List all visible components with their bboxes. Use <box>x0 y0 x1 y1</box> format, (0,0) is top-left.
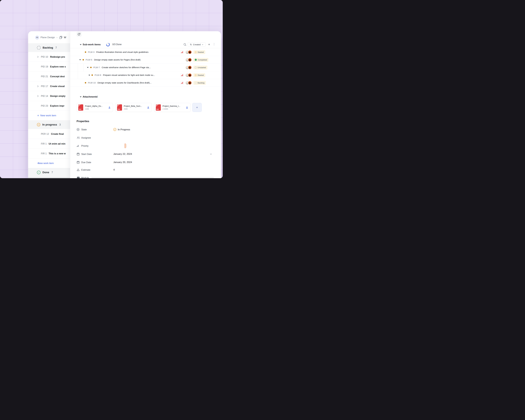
attachment-name: Project_Gamma_I... <box>162 105 180 107</box>
sort-dropdown[interactable]: Created <box>188 42 206 47</box>
work-item-title[interactable]: Redesign pro <box>50 56 65 58</box>
state-icon <box>77 128 79 131</box>
state-value[interactable]: In Progress <box>113 128 130 131</box>
add-attachment-button[interactable]: + <box>192 103 202 112</box>
work-item-id: FIR 1 <box>41 142 47 145</box>
assignee-avatars[interactable] <box>185 73 192 77</box>
group-label: Done <box>42 171 49 174</box>
subwork-id: PLW-5 <box>86 58 92 61</box>
work-item-title[interactable]: This is a new w <box>49 152 66 155</box>
assignee-avatars[interactable] <box>185 65 192 69</box>
status-badge[interactable]: ✓ Completed <box>193 58 208 62</box>
property-row-state: State In Progress <box>70 127 221 132</box>
new-work-item-label: New work item <box>40 114 56 117</box>
work-item-id: PID 17 <box>41 85 48 88</box>
search-icon[interactable] <box>183 43 187 46</box>
work-item-id: PID 23 <box>41 104 48 107</box>
app-window: Plane Design › W Backlog 7 PID 10 Redesi… <box>28 31 221 178</box>
new-work-item-button[interactable]: + New work item <box>28 111 76 121</box>
collapse-triangle-icon[interactable] <box>87 67 89 68</box>
property-row-assignee: Assignee <box>70 135 221 140</box>
assignee-avatars[interactable] <box>185 50 192 54</box>
collapse-triangle-icon[interactable] <box>79 59 81 60</box>
work-item-title[interactable]: Create final <box>51 133 64 135</box>
subwork-progress: 0/3 Done <box>112 43 122 46</box>
property-label: Start Date <box>81 153 92 156</box>
work-item-title[interactable]: Design empty <box>50 95 65 97</box>
subwork-title[interactable]: Sub-work items <box>83 43 101 46</box>
status-badge[interactable]: Backlog <box>193 81 206 85</box>
page-background: Plane Design › W Backlog 7 PID 10 Redesi… <box>0 0 223 178</box>
work-item-title[interactable]: Ut enim ad min <box>49 142 65 145</box>
work-item-dot-icon <box>83 59 84 60</box>
work-item-title[interactable]: Explore impr <box>50 104 64 107</box>
attachment-size: 2.8MB <box>162 108 180 110</box>
tree-guide-line <box>84 64 84 71</box>
estimate-triangle-icon <box>77 168 80 171</box>
estimate-value[interactable]: 4 <box>113 168 115 171</box>
new-work-item-button[interactable]: + New work item <box>28 158 76 168</box>
status-badge[interactable]: Started <box>193 50 205 54</box>
group-count: 7 <box>56 46 57 49</box>
add-reaction-button[interactable] <box>76 32 82 37</box>
status-badge[interactable]: Started <box>193 73 205 77</box>
download-icon[interactable] <box>108 106 111 109</box>
attachment-card[interactable]: PDF Project_Alpha_Ov... 1MB <box>76 103 113 112</box>
clipped-section-strip <box>92 177 214 178</box>
breadcrumb-project[interactable]: Plane Design <box>40 36 55 39</box>
status-label: Backlog <box>197 82 204 84</box>
status-label: Started <box>197 74 204 76</box>
subwork-row[interactable]: PLW-5 Design empty state assets for Page… <box>70 56 221 64</box>
subwork-title-text[interactable]: Design empty state assets for Pages (fir… <box>94 58 141 61</box>
breadcrumb-work-item[interactable]: W <box>64 36 66 39</box>
add-subwork-button[interactable]: + <box>208 42 210 47</box>
more-options-icon[interactable]: ⋮ <box>213 43 215 46</box>
download-icon[interactable] <box>186 106 188 109</box>
attachment-size: 2MB <box>124 108 142 110</box>
due-date-value[interactable]: January 20, 2024 <box>113 161 132 164</box>
assignee-avatars[interactable] <box>185 58 192 62</box>
work-item-title[interactable]: Create visual <box>50 85 65 88</box>
property-label: Module <box>81 177 89 178</box>
calendar-icon <box>77 153 80 156</box>
subwork-row[interactable]: PLW-8 Prepare visual variations for ligh… <box>70 71 221 79</box>
subwork-title-text[interactable]: Create wireframe sketches for different … <box>102 66 151 69</box>
work-item-layers-icon <box>59 36 63 39</box>
attachment-card[interactable]: PDF Project_Gamma_I... 2.8MB <box>154 103 190 112</box>
sort-arrows-icon <box>190 43 192 46</box>
work-item-title[interactable]: Explore new s <box>50 65 66 68</box>
in-progress-icon <box>113 128 116 131</box>
expand-chevron-icon[interactable] <box>37 56 38 58</box>
new-work-item-label: New work item <box>38 162 54 165</box>
subwork-row[interactable]: PLW-7 Create wireframe sketches for diff… <box>70 64 221 71</box>
group-count: 7 <box>52 171 53 174</box>
subwork-title-text[interactable]: Design empty state assets for Dashboards… <box>98 82 151 84</box>
subwork-title-text[interactable]: Finalize illustration themes and visual … <box>96 51 149 53</box>
property-row-start-date: Start Date January 22, 2024 <box>70 151 221 157</box>
start-date-value[interactable]: January 22, 2024 <box>113 153 132 156</box>
chevron-down-icon <box>202 44 203 46</box>
work-item-title[interactable]: Concept desi <box>50 75 65 78</box>
subwork-id: PLW-3 <box>88 51 94 53</box>
property-label: Priority <box>81 145 88 147</box>
attachments-section-header: Attachments 2 <box>70 94 221 100</box>
subwork-title-text[interactable]: Prepare visual variations for light and … <box>103 74 155 76</box>
attachment-name: Project_Alpha_Ov... <box>85 105 103 107</box>
expand-chevron-icon[interactable] <box>37 95 38 97</box>
attachment-card[interactable]: PDF Project_Beta_Sum... 2MB <box>115 103 152 112</box>
collapse-triangle-icon[interactable] <box>80 96 82 97</box>
attachments-title[interactable]: Attachments <box>83 95 97 98</box>
priority-pill[interactable] <box>125 144 126 148</box>
assignee-avatars[interactable] <box>185 81 192 85</box>
started-status-icon <box>195 74 197 76</box>
subwork-row[interactable]: PLW-10 Design empty state assets for Das… <box>70 79 221 87</box>
expand-triangle-icon[interactable] <box>89 74 90 76</box>
work-item-id: PER 12 <box>41 133 49 135</box>
chevron-down-icon[interactable] <box>210 153 212 155</box>
status-badge[interactable]: Unstarted <box>193 65 207 69</box>
collapse-triangle-icon[interactable] <box>80 44 82 45</box>
subwork-row[interactable]: PLW-3 Finalize illustration themes and v… <box>70 48 221 56</box>
download-icon[interactable] <box>147 106 150 109</box>
in-progress-state-icon <box>37 123 40 126</box>
expand-chevron-icon[interactable] <box>37 85 38 87</box>
